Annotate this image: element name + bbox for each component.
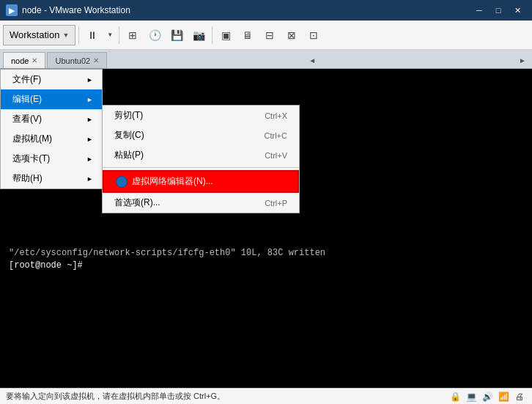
submenu-cut[interactable]: 剪切(T) Ctrl+X <box>103 106 299 125</box>
submenu-paste[interactable]: 粘贴(P) Ctrl+V <box>103 145 299 165</box>
toolbar-btn-5[interactable]: ▣ <box>215 25 236 45</box>
toolbar-btn-2[interactable]: 🕐 <box>144 25 165 45</box>
tab-node[interactable]: node ✕ <box>3 52 45 68</box>
submenu-copy[interactable]: 复制(C) Ctrl+C <box>103 125 299 145</box>
menu-help-arrow: ► <box>86 175 93 183</box>
tab-node-close[interactable]: ✕ <box>32 56 37 65</box>
main-menu-dropdown[interactable]: 文件(F) ► 编辑(E) ► 查看(V) ► 虚拟机(M) ► 选项卡(T) … <box>0 69 103 189</box>
toolbar: Workstation ▼ ⏸ ▼ ⊞ 🕐 💾 📷 ▣ 🖥 ⊟ ⊠ ⊡ <box>0 21 532 50</box>
terminal-line-13 <box>9 223 523 235</box>
window-controls: ─ □ ✕ <box>470 3 526 18</box>
minimize-button[interactable]: ─ <box>470 3 488 18</box>
maximize-button[interactable]: □ <box>489 3 507 18</box>
content-area: IPADDR= NETMASK= GATEWAY= "/etc/sysconfi… <box>0 69 532 388</box>
toolbar-separator-3 <box>212 26 213 44</box>
window-title: node - VMware Workstation <box>22 5 470 15</box>
submenu-preferences-label: 首选项(R)... <box>114 197 160 209</box>
status-icon-5: 🖨 <box>513 390 526 403</box>
status-icon-2: 💻 <box>465 390 478 403</box>
menu-edit-arrow: ► <box>86 96 93 103</box>
toolbar-separator-1 <box>78 26 79 44</box>
workstation-menu-button[interactable]: Workstation ▼ <box>3 25 75 45</box>
status-icon-4: 📶 <box>497 390 510 403</box>
toolbar-btn-4[interactable]: 📷 <box>188 25 209 45</box>
toolbar-btn-1[interactable]: ⊞ <box>122 25 143 45</box>
tab-nav-prev[interactable]: ◄ <box>306 52 319 68</box>
pause-button[interactable]: ⏸ <box>82 25 103 45</box>
toolbar-btn-8[interactable]: ⊠ <box>281 25 302 45</box>
menu-file[interactable]: 文件(F) ► <box>1 70 102 89</box>
submenu-cut-shortcut: Ctrl+X <box>265 111 287 120</box>
menu-vm-arrow: ► <box>86 136 93 143</box>
menu-edit-label: 编辑(E) <box>12 93 42 106</box>
menu-file-label: 文件(F) <box>12 73 41 86</box>
submenu-copy-label: 复制(C) <box>114 129 144 142</box>
status-icon-1: 🔒 <box>448 390 462 403</box>
menu-tabs-label: 选项卡(T) <box>12 153 50 165</box>
toolbar-btn-3[interactable]: 💾 <box>166 25 187 45</box>
toolbar-btn-6[interactable]: 🖥 <box>237 25 258 45</box>
pause-dropdown[interactable]: ▼ <box>104 25 116 45</box>
workstation-arrow: ▼ <box>62 32 69 39</box>
submenu-copy-shortcut: Ctrl+C <box>265 131 287 140</box>
terminal-prompt: [root@node ~]# <box>9 260 523 272</box>
submenu-preferences-shortcut: Ctrl+P <box>265 199 287 207</box>
menu-view-arrow: ► <box>86 116 93 123</box>
submenu-paste-label: 粘贴(P) <box>114 149 144 161</box>
status-message: 要将输入定向到该虚拟机，请在虚拟机内部单击或按 Ctrl+G。 <box>6 391 225 402</box>
tab-ubuntu02[interactable]: Ubuntu02 ✕ <box>47 52 107 68</box>
terminal-written: "/etc/sysconfig/network-scripts/ifcfg-et… <box>9 247 523 260</box>
status-bar: 要将输入定向到该虚拟机，请在虚拟机内部单击或按 Ctrl+G。 🔒 💻 🔊 📶 … <box>0 388 532 404</box>
status-icons: 🔒 💻 🔊 📶 🖨 <box>448 390 526 403</box>
menu-view[interactable]: 查看(V) ► <box>1 109 102 129</box>
submenu-vnet-editor[interactable]: 虚拟网络编辑器(N)... <box>103 170 299 193</box>
terminal-line-14 <box>9 235 523 247</box>
menu-vm[interactable]: 虚拟机(M) ► <box>1 129 102 149</box>
globe-icon <box>116 176 128 188</box>
menu-edit[interactable]: 编辑(E) ► <box>1 89 102 109</box>
menu-view-label: 查看(V) <box>12 113 42 125</box>
submenu-preferences[interactable]: 首选项(R)... Ctrl+P <box>103 193 299 213</box>
tab-nav-next[interactable]: ► <box>516 52 529 68</box>
tab-bar: node ✕ Ubuntu02 ✕ ◄ ► <box>0 50 532 69</box>
title-bar: ▶ node - VMware Workstation ─ □ ✕ <box>0 0 532 21</box>
tab-ubuntu02-close[interactable]: ✕ <box>93 56 99 65</box>
submenu-separator <box>103 167 299 168</box>
menu-tabs[interactable]: 选项卡(T) ► <box>1 149 102 169</box>
status-icon-3: 🔊 <box>481 390 494 403</box>
menu-tabs-arrow: ► <box>86 155 93 163</box>
toolbar-separator-2 <box>119 26 119 44</box>
menu-help-label: 帮助(H) <box>12 172 43 185</box>
edit-submenu[interactable]: 剪切(T) Ctrl+X 复制(C) Ctrl+C 粘贴(P) Ctrl+V 虚… <box>102 105 300 213</box>
app-icon: ▶ <box>6 4 18 16</box>
toolbar-btn-7[interactable]: ⊟ <box>259 25 280 45</box>
workstation-label: Workstation <box>10 29 59 40</box>
submenu-paste-shortcut: Ctrl+V <box>265 151 287 160</box>
submenu-vnet-label: 虚拟网络编辑器(N)... <box>132 175 213 188</box>
tab-node-label: node <box>11 56 29 65</box>
toolbar-btn-9[interactable]: ⊡ <box>303 25 324 45</box>
tab-ubuntu02-label: Ubuntu02 <box>55 56 90 65</box>
menu-help[interactable]: 帮助(H) ► <box>1 169 102 188</box>
submenu-cut-label: 剪切(T) <box>114 109 143 122</box>
menu-file-arrow: ► <box>86 76 93 84</box>
close-button[interactable]: ✕ <box>509 3 526 18</box>
menu-vm-label: 虚拟机(M) <box>12 133 52 145</box>
